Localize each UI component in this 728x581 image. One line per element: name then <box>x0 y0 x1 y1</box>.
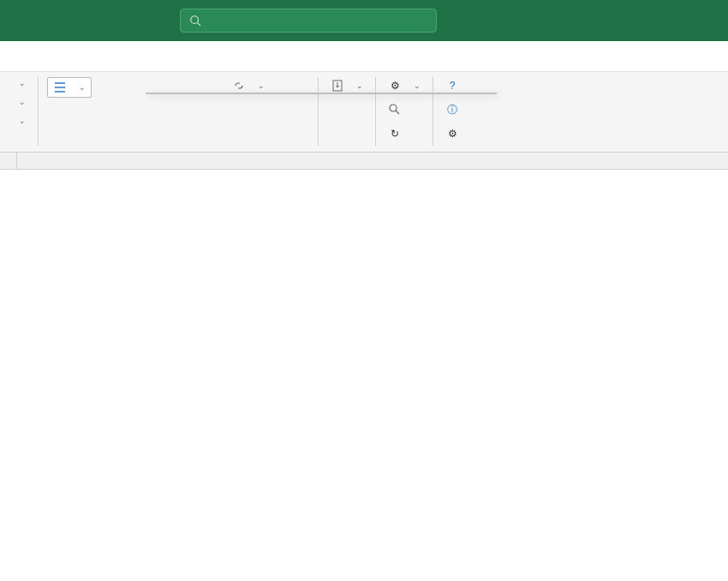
svg-point-6 <box>390 105 397 111</box>
toolbar-group-4: ⌄ <box>319 72 375 99</box>
spreadsheet-grid[interactable] <box>0 153 728 581</box>
help-icon: ? <box>445 79 459 93</box>
import-button[interactable]: ⌄ <box>327 77 367 94</box>
columns-rows-button[interactable]: ⌄ <box>9 77 29 89</box>
search-tool-icon <box>388 103 402 117</box>
asap-options-button[interactable]: ⚙ ⌄ <box>385 77 424 94</box>
registered-button[interactable]: ⚙ <box>442 125 468 142</box>
svg-point-0 <box>191 16 199 24</box>
ribbon-tabs <box>0 41 728 72</box>
info-icon: ⓘ <box>445 103 459 117</box>
search-icon <box>189 15 201 27</box>
toolbar-group-2: ⌄ <box>39 72 100 103</box>
ribbon-toolbar: ⌄ ⌄ ⌄ ⌄ ⌄ ⌄ <box>0 72 728 153</box>
objects-remarks-button[interactable]: ⌄ <box>9 96 29 108</box>
restart-tool-button[interactable]: ↻ <box>385 125 424 142</box>
web-button[interactable]: ⌄ <box>229 77 268 94</box>
chevron-down-icon: ⌄ <box>258 81 265 90</box>
toolbar-group-1: ⌄ ⌄ ⌄ <box>0 72 38 132</box>
search-bar[interactable] <box>180 9 437 33</box>
toolbar-group-3: ⌄ <box>220 72 277 99</box>
column-headers <box>0 153 728 170</box>
grid-corner[interactable] <box>0 153 17 169</box>
chevron-down-icon: ⌄ <box>19 117 26 125</box>
numbers-dates-button[interactable]: ⌄ <box>47 77 92 98</box>
info-button[interactable]: ⓘ <box>442 101 468 118</box>
gear-icon: ⚙ <box>388 79 402 93</box>
chevron-down-icon: ⌄ <box>19 98 26 106</box>
svg-line-7 <box>396 111 399 114</box>
chevron-down-icon: ⌄ <box>414 81 421 90</box>
link-icon <box>232 79 246 93</box>
chevron-down-icon: ⌄ <box>79 83 86 92</box>
format-button[interactable]: ⌄ <box>9 115 29 127</box>
svg-line-1 <box>198 23 201 27</box>
list-icon <box>53 81 67 94</box>
search-start-tool-button[interactable] <box>385 101 424 118</box>
gear-icon: ⚙ <box>445 127 459 141</box>
import-icon <box>331 79 344 93</box>
online-faq-button[interactable]: ? <box>442 77 468 94</box>
toolbar-group-5: ⚙ ⌄ ↻ <box>376 72 433 158</box>
chevron-down-icon: ⌄ <box>19 79 26 87</box>
toolbar-group-6: ? ⓘ ⚙ <box>433 72 476 158</box>
refresh-icon: ↻ <box>388 127 402 141</box>
titlebar <box>0 0 728 41</box>
numbers-dates-dropdown <box>146 93 497 94</box>
chevron-down-icon: ⌄ <box>356 81 363 90</box>
